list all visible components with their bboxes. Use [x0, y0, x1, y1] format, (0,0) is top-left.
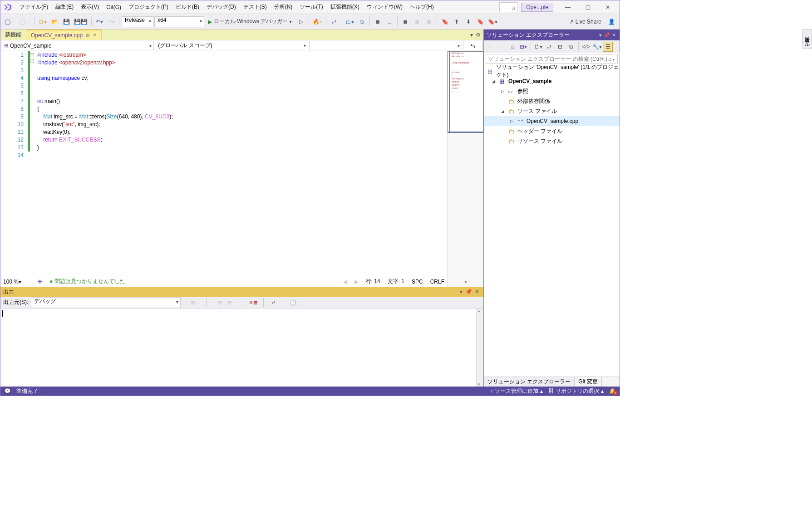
sol-pin-icon[interactable]: 📌: [604, 32, 610, 38]
save-icon[interactable]: 💾: [61, 16, 72, 27]
pin-icon[interactable]: ⊕: [85, 32, 90, 39]
sol-preview-icon[interactable]: ☰: [603, 42, 613, 52]
platform-select[interactable]: x64: [154, 16, 204, 27]
nav-forward-icon[interactable]: ◯→: [18, 16, 32, 27]
menu-help[interactable]: ヘルプ(H): [406, 2, 438, 12]
sol-showall-icon[interactable]: ⧉: [566, 42, 576, 52]
nav-back-icon[interactable]: ◯←: [3, 16, 17, 27]
output-prev-icon[interactable]: ←≣: [211, 297, 223, 308]
output-dropdown-icon[interactable]: ▾: [460, 289, 463, 295]
menu-file[interactable]: ファイル(F): [16, 2, 52, 12]
start-debug-button[interactable]: ▶ローカル Windows デバッガー▾: [205, 18, 295, 25]
output-title-bar[interactable]: 出力 ▾ 📌 ✕: [0, 287, 483, 297]
zoom-select[interactable]: 100 % ▾: [3, 279, 30, 285]
undo-icon[interactable]: ↶▾: [94, 16, 105, 27]
menu-git[interactable]: Git(G): [103, 3, 125, 11]
tree-external-deps[interactable]: 🗀 外部依存関係: [484, 96, 620, 106]
status-output-icon[interactable]: 💬: [4, 388, 11, 394]
menu-extensions[interactable]: 拡張機能(X): [327, 2, 363, 12]
output-next-icon[interactable]: ≣→: [226, 297, 239, 308]
bookmark-clear-icon[interactable]: 🔖: [475, 16, 486, 27]
preview-settings-icon[interactable]: ⚙: [476, 32, 481, 38]
menu-debug[interactable]: デバッグ(D): [203, 2, 240, 12]
menu-tools[interactable]: ツール(T): [296, 2, 326, 12]
output-text-area[interactable]: [0, 308, 483, 387]
output-pin-icon[interactable]: 📌: [465, 289, 472, 295]
menu-test[interactable]: テスト(S): [240, 2, 271, 12]
output-from-select[interactable]: デバッグ: [31, 297, 181, 308]
active-files-dropdown-icon[interactable]: ▾: [470, 32, 473, 38]
code-editor[interactable]: 1234567891011121314 − − #include <iostre…: [0, 51, 447, 276]
sol-back-icon[interactable]: ←: [486, 42, 496, 52]
tree-source-files[interactable]: ◢ 🗀 ソース ファイル: [484, 106, 620, 116]
sol-code-icon[interactable]: </>: [581, 42, 591, 52]
close-icon[interactable]: ✕: [93, 32, 97, 38]
title-search[interactable]: [499, 2, 517, 12]
sol-home-icon[interactable]: ⌂: [507, 42, 517, 52]
tab-new-features[interactable]: 新機能: [0, 29, 26, 40]
solution-tree[interactable]: ⊞ ソリューション 'OpenCV_sample' (1/1 のプロジェクト) …: [484, 64, 620, 377]
menu-view[interactable]: 表示(V): [77, 2, 103, 12]
output-scrollbar[interactable]: [476, 308, 483, 387]
comment-icon[interactable]: ≣: [400, 16, 411, 27]
account-icon[interactable]: 👤: [606, 16, 617, 27]
sol-dropdown-icon[interactable]: ▾: [599, 32, 602, 38]
sol-properties-icon[interactable]: 🔧▾: [592, 42, 602, 52]
indent-guides-icon[interactable]: ≣: [372, 16, 383, 27]
toggle-header-icon[interactable]: ⇄: [329, 16, 340, 27]
solution-search[interactable]: ⌕▾: [486, 54, 618, 64]
issues-status[interactable]: ● 問題は見つかりませんでした: [49, 278, 125, 285]
tree-resource-files[interactable]: 🗀 リソース ファイル: [484, 136, 620, 146]
menu-build[interactable]: ビルド(B): [172, 2, 203, 12]
split-editor-icon[interactable]: ⇆: [463, 41, 483, 50]
sol-refresh-icon[interactable]: ⇄: [544, 42, 554, 52]
solution-search-input[interactable]: [488, 56, 608, 62]
sol-close-icon[interactable]: ✕: [612, 32, 616, 38]
eol-mode[interactable]: CRLF: [430, 279, 444, 285]
nav-project-select[interactable]: ⊞OpenCV_sample: [1, 41, 154, 50]
sol-sync-icon[interactable]: 🗋▾: [533, 42, 543, 52]
tree-file-opencv-sample[interactable]: ▷ ⁺⁺ OpenCV_sample.cpp: [484, 116, 620, 126]
bookmark-doc-icon[interactable]: 🔖▾: [487, 16, 499, 27]
tab-git-changes[interactable]: Git 変更: [575, 377, 602, 387]
save-all-icon[interactable]: 💾💾: [73, 16, 89, 27]
hot-reload-icon[interactable]: 🔥▾: [311, 16, 324, 27]
menu-window[interactable]: ウィンドウ(W): [363, 2, 406, 12]
output-close-icon[interactable]: ✕: [475, 289, 479, 295]
status-source-control[interactable]: ↑ ソース管理に追加 ▴: [490, 387, 543, 395]
new-file-icon[interactable]: 🗋▾: [37, 16, 48, 27]
bookmark-next-icon[interactable]: ⬇: [463, 16, 474, 27]
toggle-comment-icon[interactable]: ≣: [423, 16, 434, 27]
solution-explorer-title[interactable]: ソリューション エクスプローラー ▾ 📌 ✕: [484, 29, 620, 40]
menu-project[interactable]: プロジェクト(P): [125, 2, 172, 12]
tree-references[interactable]: ▷ ▫▫ 参照: [484, 86, 620, 96]
tree-solution-root[interactable]: ⊞ ソリューション 'OpenCV_sample' (1/1 のプロジェクト): [484, 66, 620, 76]
tree-header-files[interactable]: 🗀 ヘッダー ファイル: [484, 126, 620, 136]
output-timestamp-icon[interactable]: 🕐: [287, 297, 298, 308]
output-clear-icon[interactable]: ✕≣: [247, 297, 259, 308]
maximize-button[interactable]: ▢: [578, 1, 598, 14]
output-goto-msg-icon[interactable]: ≣→: [189, 297, 202, 308]
output-wrap-icon[interactable]: ⤶: [268, 297, 279, 308]
title-solution-pill[interactable]: Ope...ple: [521, 3, 553, 12]
redo-icon[interactable]: ↷▾: [106, 16, 117, 27]
status-notifications[interactable]: 🔔1: [609, 388, 616, 394]
whitespace-icon[interactable]: ⎵: [384, 16, 395, 27]
start-no-debug-icon[interactable]: ▷: [295, 16, 306, 27]
sol-collapse-icon[interactable]: ⊟: [555, 42, 565, 52]
nav-right-icon[interactable]: ▶: [354, 279, 359, 285]
menu-edit[interactable]: 編集(E): [52, 2, 77, 12]
open-file-icon[interactable]: 📂: [49, 16, 60, 27]
menu-analyze[interactable]: 分析(N): [271, 2, 296, 12]
close-button[interactable]: ✕: [598, 1, 618, 14]
file-browser-icon[interactable]: 🗀▾: [344, 16, 355, 27]
nav-left-icon[interactable]: ◀: [343, 279, 347, 285]
nav-member-select[interactable]: [309, 41, 462, 50]
tab-opencv-sample[interactable]: OpenCV_sample.cpp ⊕ ✕: [26, 29, 102, 40]
tab-solution-explorer[interactable]: ソリューション エクスプローラー: [484, 377, 575, 387]
indent-mode[interactable]: SPC: [412, 279, 423, 285]
code-minimap[interactable]: #include ios#include ocvusing namespacei…: [447, 51, 483, 287]
nav-scope-select[interactable]: (グローバル スコープ): [155, 41, 308, 50]
sol-switch-view-icon[interactable]: ⊞▾: [518, 42, 528, 52]
config-select[interactable]: Release: [122, 16, 153, 27]
